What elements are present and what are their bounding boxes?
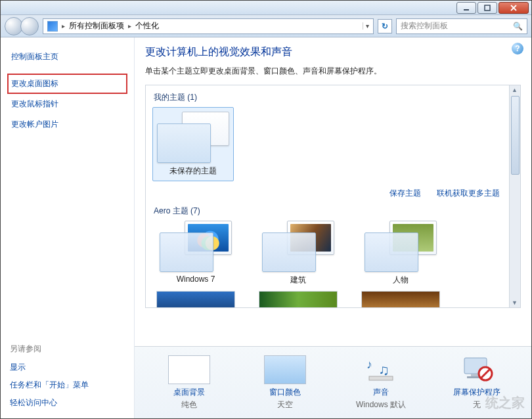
theme-thumbnail (160, 221, 232, 272)
setting-title: 屏幕保护程序 (437, 387, 516, 398)
display-link[interactable]: 显示 (10, 359, 127, 376)
address-dropdown-icon[interactable]: ▾ (363, 22, 369, 30)
page-title: 更改计算机上的视觉效果和声音 (145, 45, 521, 59)
scrollbar[interactable] (509, 85, 520, 307)
control-panel-home-link[interactable]: 控制面板主页 (10, 47, 127, 67)
related-header: 另请参阅 (10, 343, 127, 359)
theme-settings-bar: 桌面背景 纯色 窗口颜色 天空 ♪♫ 声音 Windows 默认 屏幕保护程序 (135, 346, 531, 418)
sounds-icon: ♪♫ (360, 355, 402, 384)
aero-themes-header: Aero 主题 (7) (154, 206, 502, 217)
sounds-button[interactable]: ♪♫ 声音 Windows 默认 (342, 355, 420, 410)
desktop-background-icon (168, 355, 210, 384)
control-panel-icon (47, 21, 58, 32)
my-themes-header: 我的主题 (1) (154, 92, 502, 103)
close-button[interactable] (499, 2, 529, 14)
save-theme-link[interactable]: 保存主题 (389, 188, 421, 199)
nav-buttons (5, 17, 39, 35)
sidebar: 控制面板主页 更改桌面图标 更改鼠标指针 更改帐户图片 另请参阅 显示 任务栏和… (1, 37, 135, 418)
theme-thumbnail (157, 112, 229, 163)
refresh-button[interactable]: ↻ (378, 19, 392, 33)
change-desktop-icons-link[interactable]: 更改桌面图标 (7, 74, 127, 94)
theme-item[interactable] (361, 291, 440, 307)
search-input[interactable]: 搜索控制面板 🔍 (396, 18, 527, 34)
setting-title: 桌面背景 (150, 387, 229, 398)
address-bar-row: ▸ 所有控制面板项 ▸ 个性化 ▾ ↻ 搜索控制面板 🔍 (1, 15, 531, 37)
svg-text:♫: ♫ (378, 362, 389, 378)
related-links: 另请参阅 显示 任务栏和「开始」菜单 轻松访问中心 (10, 334, 127, 412)
theme-label: 未保存的主题 (157, 165, 229, 177)
theme-thumbnail (365, 221, 437, 272)
get-more-themes-link[interactable]: 联机获取更多主题 (437, 188, 500, 199)
breadcrumb-bar[interactable]: ▸ 所有控制面板项 ▸ 个性化 ▾ (43, 18, 374, 34)
window-color-button[interactable]: 窗口颜色 天空 (246, 355, 324, 410)
theme-label: 人物 (361, 275, 440, 286)
theme-item-characters[interactable]: 人物 (361, 221, 440, 286)
theme-row-partial (152, 291, 502, 307)
svg-rect-0 (464, 9, 469, 11)
theme-item[interactable] (156, 291, 235, 307)
setting-value: Windows 默认 (342, 399, 420, 410)
window-titlebar (1, 1, 531, 15)
desktop-background-button[interactable]: 桌面背景 纯色 (150, 355, 229, 410)
search-placeholder: 搜索控制面板 (401, 20, 513, 32)
theme-label: Windows 7 (156, 275, 235, 284)
maximize-button[interactable] (477, 2, 497, 14)
screensaver-icon (456, 355, 498, 384)
svg-rect-4 (369, 376, 393, 380)
chevron-right-icon: ▸ (62, 22, 65, 30)
screensaver-button[interactable]: 屏幕保护程序 无 (437, 355, 516, 410)
svg-rect-1 (485, 5, 490, 11)
theme-label: 建筑 (259, 275, 338, 286)
page-subtitle: 单击某个主题立即更改桌面背景、窗口颜色、声音和屏幕保护程序。 (145, 66, 521, 77)
setting-value: 无 (437, 399, 516, 410)
minimize-button[interactable] (456, 2, 476, 14)
svg-text:♪: ♪ (366, 358, 372, 371)
theme-item[interactable] (259, 291, 338, 307)
setting-title: 窗口颜色 (246, 387, 324, 398)
content-pane: ? 更改计算机上的视觉效果和声音 单击某个主题立即更改桌面背景、窗口颜色、声音和… (135, 37, 531, 418)
setting-title: 声音 (342, 387, 420, 398)
themes-list: 我的主题 (1) 未保存的主题 保存主题 联机获取更多主题 Aero 主题 (7… (145, 85, 521, 308)
ease-of-access-link[interactable]: 轻松访问中心 (10, 394, 127, 412)
change-account-picture-link[interactable]: 更改帐户图片 (10, 114, 127, 135)
setting-value: 纯色 (150, 399, 229, 410)
breadcrumb-item[interactable]: 所有控制面板项 (69, 20, 124, 32)
breadcrumb-item[interactable]: 个性化 (135, 20, 159, 32)
search-icon: 🔍 (513, 22, 523, 31)
chevron-right-icon: ▸ (128, 22, 131, 30)
theme-item-architecture[interactable]: 建筑 (259, 221, 338, 286)
change-mouse-pointers-link[interactable]: 更改鼠标指针 (10, 94, 127, 114)
theme-thumbnail (262, 221, 334, 272)
setting-value: 天空 (246, 399, 324, 410)
theme-item-unsaved[interactable]: 未保存的主题 (152, 107, 234, 181)
window-color-icon (264, 355, 306, 384)
theme-item-windows7[interactable]: Windows 7 (156, 221, 235, 286)
taskbar-startmenu-link[interactable]: 任务栏和「开始」菜单 (10, 376, 127, 394)
scrollbar-thumb[interactable] (511, 96, 520, 175)
help-icon[interactable]: ? (512, 43, 523, 55)
forward-button[interactable] (20, 17, 39, 35)
